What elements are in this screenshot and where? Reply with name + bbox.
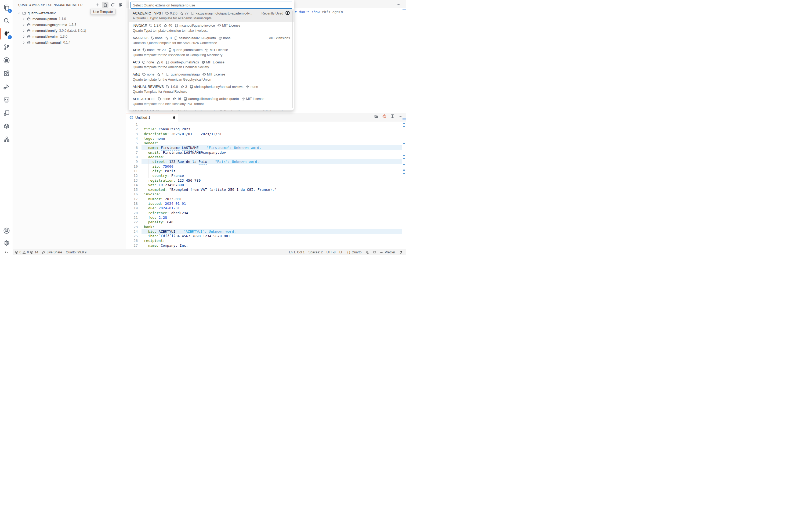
activity-item-explorer[interactable]: 1 [0, 2, 13, 13]
activity-item-remote-explorer[interactable] [0, 94, 13, 106]
quick-pick-item[interactable]: ACSnone6quarto-journals/acsMIT LicenseQu… [129, 58, 294, 71]
status-voice[interactable] [363, 249, 371, 255]
code-line[interactable]: 21 fee: 2.28 [126, 215, 406, 220]
editor-toolbar [374, 114, 403, 118]
code-line[interactable]: 7 email: Firstname.LASTNAME@company.dev [126, 150, 406, 155]
chevron-right-icon[interactable] [22, 23, 26, 27]
code-line[interactable]: 19 due: 2024-01-31 [126, 206, 406, 210]
code-line[interactable]: 11 city: Paris [126, 169, 406, 173]
tree-item[interactable]: mcanouil/invoice1.3.0 [13, 34, 126, 39]
template-version: none [147, 73, 154, 76]
status-copilot[interactable] [371, 249, 378, 255]
chevron-right-icon[interactable] [22, 34, 26, 39]
collapse-all-button[interactable] [117, 2, 123, 8]
use-template-tooltip: Use Template [90, 9, 116, 15]
open-on-github-button[interactable] [285, 10, 290, 16]
open-preview-button[interactable] [374, 114, 379, 118]
code-line[interactable]: 3description: 2023/01/01 -- 2023/12/31 [126, 132, 406, 136]
more-actions-icon[interactable] [396, 2, 401, 7]
code-line[interactable]: 18 issued: 2024-01-01 [126, 201, 406, 206]
status-problems[interactable]: 0014 [13, 249, 40, 255]
status-prettier[interactable]: Prettier [378, 249, 397, 255]
extension-version: 0.1.4 [63, 40, 71, 44]
activity-item-containers[interactable] [0, 120, 13, 132]
activity-item-settings[interactable] [0, 237, 13, 249]
status-live-share[interactable]: Live Share [40, 249, 64, 255]
status-cursor-position[interactable]: Ln 1, Col 1 [287, 249, 306, 255]
code-line[interactable]: 8 address: [126, 155, 406, 159]
line-number: 9 [126, 159, 138, 164]
yaml-editor[interactable]: 1---2title: Consulting 20233description:… [126, 122, 406, 248]
code-line[interactable]: 23bank: [126, 225, 406, 229]
code-line[interactable]: 15 exempted: "Exempted from VAT (article… [126, 187, 406, 192]
quick-pick-item[interactable]: AOG ARTICLEnone16aarongullickson/aog-art… [129, 95, 294, 108]
use-template-button[interactable] [102, 2, 109, 8]
activity-item-search[interactable] [0, 15, 13, 27]
code-line[interactable]: 27 name: Company, Inc. [126, 243, 406, 248]
code-line[interactable]: 24 bic: AZERTYUI"AZERTYUI": Unknown word… [126, 229, 406, 234]
tree-item[interactable]: mcanouil/mcanouil0.1.4 [13, 39, 126, 46]
refresh-button[interactable] [110, 2, 116, 8]
code-line[interactable]: 14 vat: FR1234567890 [126, 183, 406, 187]
code-line[interactable]: 16invoice: [126, 192, 406, 196]
quick-pick-item[interactable]: INVOICE1.3.040mcanouil/quarto-invoiceMIT… [129, 22, 294, 34]
activity-item-quarto-wizard[interactable]: 1 [0, 28, 13, 40]
code-line[interactable]: 10 zip: 75000 [126, 164, 406, 169]
status-eol[interactable]: LF [337, 249, 345, 255]
activity-item-extensions[interactable] [0, 67, 13, 79]
template-repo: quarto-journals/acs [171, 60, 199, 64]
quick-pick-item[interactable]: AAAI2026none0selbosh/aaai2026-quartonone… [129, 34, 294, 46]
quick-pick-item[interactable]: APAQUARTOnone216wjschne/apaquartoCreativ… [129, 107, 294, 111]
status-indentation[interactable]: Spaces: 2 [306, 249, 324, 255]
code-line[interactable]: 17 number: 2023-001 [126, 197, 406, 201]
activity-item-hierarchy[interactable] [0, 133, 13, 145]
quarto-render-button[interactable] [382, 114, 387, 118]
code-line[interactable]: 13 registration: 123 456 789 [126, 178, 406, 183]
chevron-right-icon[interactable] [22, 40, 26, 45]
status-quarto-version[interactable]: Quarto: 99.9.9 [64, 249, 88, 255]
dirty-indicator[interactable] [173, 116, 175, 119]
status-notifications[interactable] [397, 249, 405, 255]
quick-pick-scrollbar[interactable] [292, 11, 293, 108]
code-line[interactable]: 26recipient: [126, 238, 406, 243]
code-line[interactable]: 25 iban: FR12 1234 4567 7890 1234 5678 9… [126, 234, 406, 238]
code-line[interactable]: 6 name: Firstname LASTNAME"Firstname": U… [126, 145, 406, 150]
tree-item[interactable]: mcanouil/highlight-text1.3.3 [13, 22, 126, 28]
tree-item[interactable]: mcanouil/github1.1.0 [13, 16, 126, 22]
star-icon [163, 24, 167, 27]
install-extension-button[interactable] [94, 2, 101, 8]
code-line[interactable]: 1--- [126, 122, 406, 127]
template-version: none [162, 97, 170, 101]
quick-pick-input[interactable] [130, 2, 292, 8]
more-actions-button[interactable] [398, 114, 403, 118]
code-line[interactable]: 22 penalty: €40 [126, 220, 406, 224]
activity-item-github[interactable] [0, 54, 13, 66]
chevron-right-icon[interactable] [22, 17, 26, 21]
code-line[interactable]: 2title: Consulting 2023 [126, 127, 406, 132]
status-encoding[interactable]: UTF-8 [325, 249, 337, 255]
activity-item-run-debug[interactable] [0, 81, 13, 92]
code-line[interactable]: 9 street: 123 Rue de la Paix"Paix": Unkn… [126, 159, 406, 164]
quick-pick-item[interactable]: ACMnone20quarto-journals/acmMIT LicenseQ… [129, 46, 294, 59]
code-line[interactable]: 5sender: [126, 141, 406, 145]
quick-pick-item[interactable]: AGUnone4quarto-journals/aguMIT LicenseQu… [129, 71, 294, 83]
activity-item-source-control[interactable] [0, 41, 13, 53]
template-version: none [155, 36, 163, 40]
activity-item-dev-containers[interactable] [0, 107, 13, 119]
code-line[interactable]: 12 country: France [126, 173, 406, 178]
law-icon [205, 48, 209, 52]
status-language-mode[interactable]: {}Quarto [345, 249, 364, 255]
editor-scrollbar-thumb[interactable] [402, 118, 406, 119]
quick-pick-item[interactable]: ANNUAL REVIEWS1.0.03christopherkenny/ann… [129, 83, 294, 95]
tree-item[interactable]: mcanouil/iconify3.0.0 (latest: 3.0.1) [13, 28, 126, 34]
top-editor-scrollbar-thumb[interactable] [402, 9, 406, 10]
activity-item-accounts[interactable] [0, 225, 13, 236]
quick-pick-item[interactable]: ACADEMIC TYPST0.2.077kazuyanagimoto/quar… [129, 9, 294, 22]
tab-untitled-1[interactable]: Untitled-1 [126, 113, 178, 121]
chevron-right-icon[interactable] [22, 28, 26, 33]
chevron-down-icon[interactable] [17, 11, 21, 15]
split-editor-button[interactable] [390, 114, 395, 118]
code-line[interactable]: 20 reference: abcd1234 [126, 211, 406, 215]
status-remote-indicator[interactable] [0, 249, 13, 255]
code-line[interactable]: 4logo: none [126, 136, 406, 141]
